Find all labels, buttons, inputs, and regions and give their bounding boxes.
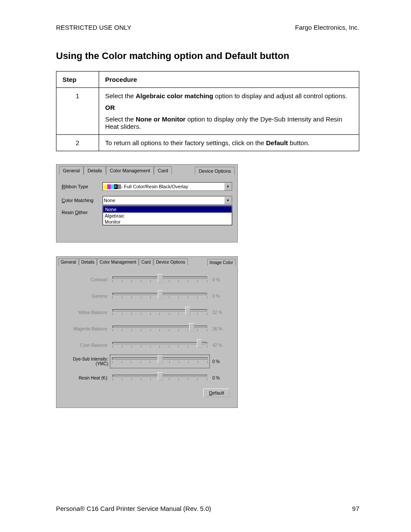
slider-label: Dye-Sub Intensity: (YMC)	[61, 357, 111, 366]
option-none[interactable]: None	[103, 206, 232, 213]
slider-label: Contrast:	[61, 277, 111, 282]
slider-thumb[interactable]	[158, 355, 163, 364]
or-sep: OR	[105, 104, 353, 111]
tab-card[interactable]: Card	[154, 166, 172, 174]
t: option to display and adjust all control…	[213, 92, 347, 100]
slider-row: Dye-Sub Intensity: (YMC)0 %	[61, 353, 233, 370]
tab2-device-options[interactable]: Device Options	[153, 258, 188, 265]
tab2-image-color[interactable]: Image Color	[207, 259, 236, 266]
tab-general[interactable]: General	[59, 166, 84, 174]
tab-details[interactable]: Details	[84, 166, 106, 174]
color-matching-combo[interactable]: None ▼	[103, 196, 232, 205]
slider-value: 0 %	[209, 294, 233, 299]
slider-thumb	[185, 307, 190, 315]
th-proc: Procedure	[99, 72, 359, 88]
chevron-down-icon[interactable]: ▼	[224, 183, 232, 190]
slider-value: 36 %	[209, 327, 233, 331]
t-bold: Algebraic color matching	[136, 92, 213, 100]
ymcko-icon: K	[104, 184, 121, 189]
slider-track	[111, 274, 209, 285]
slider-row: Resin Heat (K):0 %	[61, 370, 233, 386]
ribbon-type-label: Ribbon Type	[62, 184, 103, 189]
slider-track[interactable]	[111, 372, 209, 383]
ribbon-type-combo[interactable]: K - Full Color/Resin Black/Overlay ▼	[103, 182, 232, 191]
default-button[interactable]: Default	[203, 389, 230, 397]
t: To return all options to their factory s…	[105, 139, 266, 146]
chevron-down-icon[interactable]: ▼	[224, 196, 232, 204]
option-monitor[interactable]: Monitor	[103, 219, 232, 225]
step-1: 1	[56, 88, 99, 135]
slider-track	[111, 339, 209, 351]
header-right: Fargo Electronics, Inc.	[295, 24, 359, 31]
slider-row: Yellow Balance:32 %	[61, 304, 233, 320]
slider-value: 0 %	[209, 376, 233, 380]
ribbon-type-value: - Full Color/Resin Black/Overlay	[121, 184, 188, 189]
slider-track	[111, 323, 209, 334]
slider-label: Magenta Balance:	[61, 327, 111, 331]
t: Select the	[105, 92, 136, 100]
tab2-card[interactable]: Card	[139, 258, 153, 265]
footer-right: 97	[352, 505, 359, 512]
footer-left: Persona® C16 Card Printer Service Manual…	[56, 505, 211, 512]
tab2-color-management[interactable]: Color Management	[97, 258, 139, 265]
slider-value: 0 %	[209, 277, 233, 282]
slider-label: Resin Heat (K):	[61, 376, 111, 380]
t: button.	[288, 139, 309, 146]
slider-track[interactable]	[110, 355, 210, 368]
step-2: 2	[56, 135, 99, 151]
proc-1: Select the Algebraic color matching opti…	[99, 88, 359, 135]
tab2-general[interactable]: General	[58, 258, 79, 265]
t-bold: None or Monitor	[136, 115, 186, 123]
image-color-panel: General Details Color Management Card De…	[56, 256, 238, 408]
slider-thumb	[197, 339, 202, 348]
slider-value: 0 %	[209, 359, 233, 364]
color-matching-value: None	[104, 198, 115, 203]
color-matching-dropdown[interactable]: None Algebraic Monitor	[103, 205, 232, 225]
th-step: Step	[56, 72, 99, 88]
t: Select the	[105, 115, 136, 123]
slider-label: Yellow Balance:	[61, 310, 111, 315]
slider-track	[111, 307, 209, 318]
slider-row: Gamma:0 %	[61, 288, 233, 304]
tab2-details[interactable]: Details	[79, 258, 97, 265]
header-left: RESTRICTED USE ONLY	[56, 24, 131, 31]
slider-thumb	[158, 274, 163, 283]
page-title: Using the Color matching option and Defa…	[56, 50, 359, 62]
slider-thumb	[189, 323, 194, 332]
tab-device-options[interactable]: Device Options	[195, 167, 235, 175]
procedure-table: Step Procedure 1 Select the Algebraic co…	[56, 71, 359, 151]
color-matching-label: Color Matching	[62, 198, 103, 203]
proc-2: To return all options to their factory s…	[99, 135, 359, 151]
resin-dither-label: Resin Dither	[62, 210, 103, 215]
slider-row: Cyan Balance:42 %	[61, 337, 233, 353]
t-bold: Default	[266, 139, 288, 146]
slider-track	[111, 290, 209, 302]
device-options-panel: General Details Color Management Card De…	[56, 164, 238, 243]
slider-row: Magenta Balance:36 %	[61, 320, 233, 337]
slider-thumb[interactable]	[158, 372, 163, 381]
slider-label: Gamma:	[61, 294, 111, 299]
option-algebraic[interactable]: Algebraic	[103, 213, 232, 219]
slider-value: 32 %	[209, 310, 233, 315]
slider-thumb	[158, 290, 163, 299]
slider-label: Cyan Balance:	[61, 343, 111, 348]
slider-row: Contrast:0 %	[61, 271, 233, 288]
tab-color-management[interactable]: Color Management	[106, 166, 154, 174]
slider-value: 42 %	[209, 343, 233, 348]
